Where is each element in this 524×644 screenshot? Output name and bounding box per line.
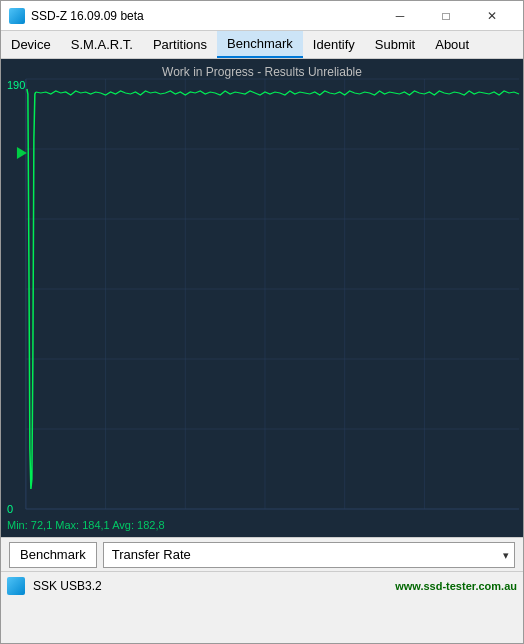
- window-controls: ─ □ ✕: [377, 1, 515, 31]
- menu-item-benchmark[interactable]: Benchmark: [217, 31, 303, 58]
- app-title: SSD-Z 16.09.09 beta: [31, 9, 377, 23]
- transfer-rate-dropdown[interactable]: Transfer Rate Access Time IOPS: [103, 542, 515, 568]
- benchmark-chart: Work in Progress - Results Unreliable 19…: [1, 59, 523, 537]
- menu-item-about[interactable]: About: [425, 31, 479, 58]
- transfer-rate-dropdown-wrapper: Transfer Rate Access Time IOPS ▾: [103, 542, 515, 568]
- status-app-icon: [7, 577, 25, 595]
- device-name: SSK USB3.2: [33, 579, 387, 593]
- menu-item-identify[interactable]: Identify: [303, 31, 365, 58]
- chart-svg: [1, 59, 523, 537]
- menu-item-submit[interactable]: Submit: [365, 31, 425, 58]
- benchmark-button[interactable]: Benchmark: [9, 542, 97, 568]
- close-button[interactable]: ✕: [469, 1, 515, 31]
- title-bar: SSD-Z 16.09.09 beta ─ □ ✕: [1, 1, 523, 31]
- maximize-button[interactable]: □: [423, 1, 469, 31]
- app-icon: [9, 8, 25, 24]
- website-url: www.ssd-tester.com.au: [395, 580, 517, 592]
- menu-bar: Device S.M.A.R.T. Partitions Benchmark I…: [1, 31, 523, 59]
- menu-item-smart[interactable]: S.M.A.R.T.: [61, 31, 143, 58]
- menu-item-device[interactable]: Device: [1, 31, 61, 58]
- minimize-button[interactable]: ─: [377, 1, 423, 31]
- menu-item-partitions[interactable]: Partitions: [143, 31, 217, 58]
- bottom-controls: Benchmark Transfer Rate Access Time IOPS…: [1, 537, 523, 571]
- status-bar: SSK USB3.2 www.ssd-tester.com.au: [1, 571, 523, 599]
